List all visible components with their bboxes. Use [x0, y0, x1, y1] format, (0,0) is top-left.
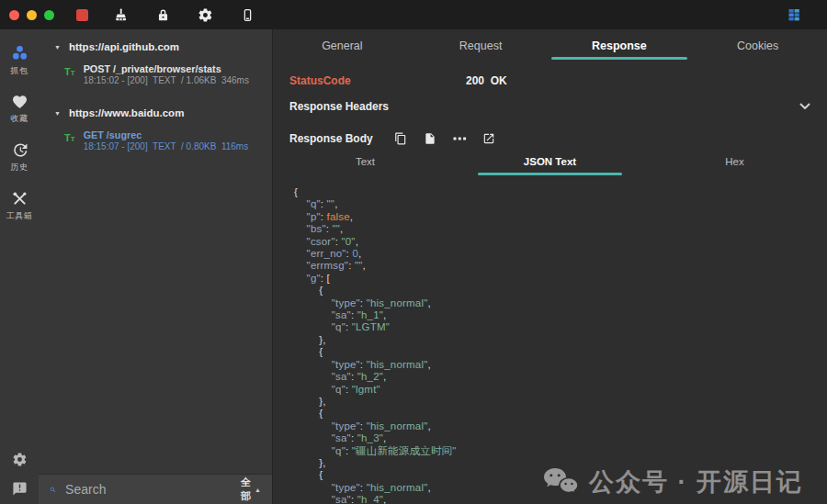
clean-icon[interactable]	[112, 6, 129, 23]
json-line: "p": false,	[294, 211, 827, 223]
side-rail: 抓包 收藏 历史	[0, 29, 39, 504]
json-line: {	[294, 186, 827, 198]
tab-json-text[interactable]: JSON Text	[458, 156, 642, 167]
response-headers-label: Response Headers	[289, 100, 389, 113]
phone-mirror-icon[interactable]	[239, 6, 255, 23]
search-filter-label: 全部	[241, 476, 251, 503]
tab-hex[interactable]: Hex	[642, 156, 827, 167]
caret-up-icon: ▲	[255, 487, 261, 493]
search-input[interactable]	[63, 481, 233, 498]
json-line: {	[294, 285, 827, 297]
request-method-path: POST /_private/browser/stats	[84, 63, 249, 74]
open-in-new-icon[interactable]	[482, 131, 496, 145]
collapse-caret-icon[interactable]: ▼	[54, 44, 61, 50]
history-icon	[11, 141, 28, 159]
tab-response[interactable]: Response	[550, 39, 689, 52]
title-bar	[0, 0, 827, 29]
response-headers-row[interactable]: Response Headers	[273, 91, 827, 122]
json-line: "err_no": 0,	[294, 248, 827, 260]
request-meta: 18:15:02 - [200] TEXT / 1.06KB 346ms	[84, 75, 249, 85]
request-row-baidu-sugrec[interactable]: TT GET /sugrec 18:15:07 - [200] TEXT / 0…	[39, 129, 272, 151]
json-line: "q": "",	[294, 198, 827, 210]
request-meta: 18:15:07 - [200] TEXT / 0.80KB 116ms	[84, 141, 249, 151]
minimize-window-button[interactable]	[27, 10, 37, 20]
json-line: {	[294, 346, 827, 358]
status-code-label: StatusCode	[289, 74, 466, 87]
settings-gear-icon[interactable]	[0, 452, 39, 467]
json-line: "q": "lgmt"	[294, 384, 827, 396]
layout-grid-icon[interactable]	[787, 7, 801, 22]
json-line: },	[294, 334, 827, 346]
watermark: 公众号 · 开源日记	[542, 465, 803, 498]
body-format-tabs: Text JSON Text Hex	[273, 149, 827, 174]
json-line: "sa": "h_3",	[294, 432, 827, 444]
text-type-icon: TT	[64, 64, 75, 79]
json-line: "sa": "h_2",	[294, 371, 827, 383]
search-filter-dropdown[interactable]: 全部 ▲	[241, 476, 261, 503]
json-line: "q": "疆山新能源成立时间"	[294, 445, 827, 457]
export-file-icon[interactable]	[424, 131, 437, 145]
tab-cookies[interactable]: Cookies	[688, 39, 827, 52]
rail-label-history: 历史	[11, 162, 28, 174]
json-line: "type": "his_normal",	[294, 420, 827, 432]
request-method-path: GET /sugrec	[84, 129, 249, 140]
json-line: "g": [	[294, 273, 827, 285]
host-group-github[interactable]: ▼ https://api.github.com	[39, 35, 272, 59]
proxy-capture-app: 抓包 收藏 历史	[0, 0, 827, 504]
watermark-text: 公众号 · 开源日记	[589, 465, 803, 498]
zoom-window-button[interactable]	[44, 10, 54, 20]
status-code-value: 200 OK	[466, 74, 507, 87]
response-body-row: Response Body	[273, 122, 827, 147]
host-group-baidu[interactable]: ▼ https://www.baidu.com	[39, 101, 272, 125]
capture-icon	[10, 44, 29, 62]
search-icon	[50, 483, 56, 497]
json-line: "errmsg": "",	[294, 260, 827, 272]
json-line: "q": "LGTM"	[294, 321, 827, 333]
tab-request[interactable]: Request	[412, 39, 550, 52]
request-list-panel: ▼ https://api.github.com TT POST /_priva…	[39, 29, 273, 504]
sidebar-item-capture[interactable]: 抓包	[10, 44, 29, 77]
close-window-button[interactable]	[9, 10, 19, 20]
collapse-caret-icon[interactable]: ▼	[54, 110, 61, 117]
json-line: "sa": "h_1",	[294, 309, 827, 321]
toolbox-icon	[11, 190, 28, 207]
record-stop-button[interactable]	[76, 9, 88, 21]
rail-label-favorites: 收藏	[11, 113, 28, 125]
json-line: "type": "his_normal",	[294, 297, 827, 309]
json-line: "bs": "",	[294, 223, 827, 235]
favorites-heart-icon	[11, 94, 28, 110]
json-line: {	[294, 408, 827, 420]
rail-label-capture: 抓包	[11, 65, 28, 77]
settings-icon[interactable]	[197, 6, 213, 23]
copy-icon[interactable]	[394, 131, 408, 145]
encoding-dots-icon[interactable]	[453, 131, 467, 145]
host-url: https://www.baidu.com	[69, 107, 184, 118]
json-body[interactable]: { "q": "", "p": false, "bs": "", "csor":…	[273, 186, 827, 504]
sidebar-item-toolbox[interactable]: 工具箱	[6, 190, 33, 222]
json-line: },	[294, 396, 827, 408]
status-row: StatusCode 200 OK	[273, 60, 827, 91]
tab-general[interactable]: General	[273, 39, 412, 52]
chevron-down-icon[interactable]	[799, 103, 810, 110]
search-bar: 全部 ▲	[39, 474, 272, 504]
sidebar-item-history[interactable]: 历史	[11, 141, 28, 174]
detail-tabs: General Request Response Cookies	[273, 31, 827, 60]
wechat-icon	[542, 466, 579, 498]
response-body-label: Response Body	[289, 132, 373, 145]
ssl-lock-icon[interactable]	[154, 6, 171, 23]
window-controls	[9, 10, 54, 20]
text-type-icon: TT	[64, 130, 75, 145]
host-url: https://api.github.com	[69, 41, 179, 52]
tab-text[interactable]: Text	[273, 156, 458, 167]
detail-panel: General Request Response Cookies StatusC…	[273, 29, 827, 504]
sidebar-item-favorites[interactable]: 收藏	[11, 94, 28, 125]
rail-label-toolbox: 工具箱	[6, 210, 33, 222]
request-row-github-stats[interactable]: TT POST /_private/browser/stats 18:15:02…	[39, 63, 272, 85]
json-line: "type": "his_normal",	[294, 359, 827, 371]
feedback-icon[interactable]	[0, 481, 39, 497]
json-line: "csor": "0",	[294, 236, 827, 248]
